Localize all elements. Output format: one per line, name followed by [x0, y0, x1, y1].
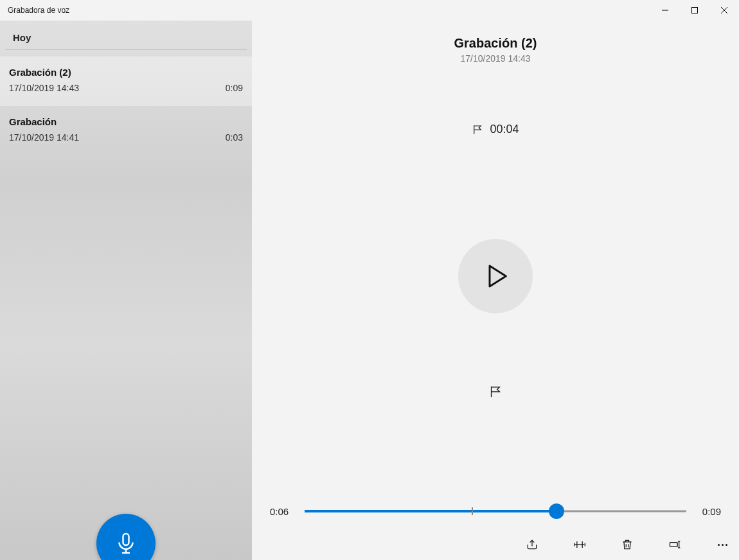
minimize-button[interactable] [650, 0, 680, 21]
close-button[interactable] [709, 0, 739, 21]
add-marker-button[interactable] [481, 378, 510, 406]
total-time: 0:09 [698, 506, 721, 517]
seek-slider[interactable] [305, 502, 686, 520]
titlebar: Grabadora de voz [0, 0, 739, 21]
svg-rect-4 [123, 534, 129, 545]
play-button[interactable] [458, 239, 533, 313]
share-icon [526, 538, 539, 551]
rename-button[interactable] [667, 537, 682, 552]
player-panel: Grabación (2) 17/10/2019 14:43 00:04 0:0… [252, 21, 739, 560]
recording-item-duration: 0:03 [226, 132, 243, 143]
recording-item[interactable]: Grabación 17/10/2019 14:41 0:03 [0, 106, 252, 155]
record-button[interactable] [96, 514, 156, 560]
sidebar: Hoy Grabación (2) 17/10/2019 14:43 0:09 … [0, 21, 252, 560]
recording-item-duration: 0:09 [226, 83, 243, 93]
recording-item-title: Grabación [9, 116, 243, 127]
window-title: Grabadora de voz [8, 6, 69, 15]
more-button[interactable] [715, 537, 730, 552]
current-time: 0:06 [270, 506, 293, 517]
share-button[interactable] [524, 537, 540, 552]
slider-area: 0:06 0:09 [252, 502, 739, 520]
recording-item-title: Grabación (2) [9, 67, 243, 78]
window-controls [650, 0, 739, 21]
player-datetime: 17/10/2019 14:43 [461, 53, 531, 64]
microphone-icon [114, 532, 138, 555]
slider-marker-tick [472, 507, 473, 515]
section-header: Hoy [5, 21, 247, 50]
ellipsis-icon [718, 544, 727, 546]
trash-icon [621, 538, 634, 551]
svg-rect-1 [692, 8, 698, 13]
maximize-button[interactable] [680, 0, 709, 21]
svg-rect-18 [670, 543, 678, 547]
svg-marker-8 [490, 266, 506, 286]
recording-item-datetime: 17/10/2019 14:41 [9, 132, 79, 143]
trim-button[interactable] [572, 537, 587, 552]
marker-time: 00:04 [490, 123, 519, 136]
flag-icon [488, 385, 503, 399]
trim-icon [573, 538, 586, 551]
slider-fill [305, 510, 556, 512]
player-title: Grabación (2) [454, 36, 537, 51]
recording-item[interactable]: Grabación (2) 17/10/2019 14:43 0:09 [0, 57, 252, 106]
recording-list: Grabación (2) 17/10/2019 14:43 0:09 Grab… [0, 57, 252, 155]
action-toolbar [524, 529, 730, 560]
recording-item-datetime: 17/10/2019 14:43 [9, 83, 79, 93]
slider-thumb[interactable] [549, 503, 564, 519]
marker-indicator[interactable]: 00:04 [472, 123, 519, 136]
flag-icon [472, 124, 483, 136]
delete-button[interactable] [619, 537, 635, 552]
play-icon [487, 264, 508, 288]
rename-icon [668, 538, 681, 551]
